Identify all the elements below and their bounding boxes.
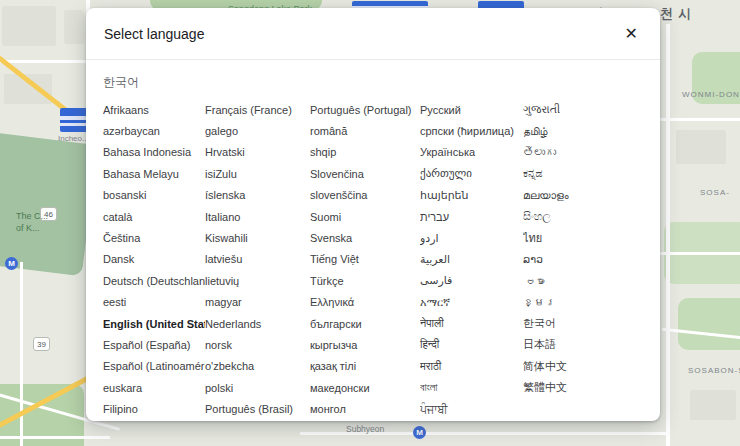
- language-item[interactable]: slovenščina: [310, 185, 420, 206]
- language-item[interactable]: ខ្មែរ: [523, 292, 652, 313]
- language-item[interactable]: Dansk: [103, 249, 205, 270]
- language-item[interactable]: ລາວ: [523, 249, 652, 270]
- language-item[interactable]: Suomi: [310, 206, 420, 227]
- language-column: AfrikaansazərbaycanBahasa IndonesiaBahas…: [103, 99, 205, 420]
- language-item[interactable]: Українська: [420, 142, 523, 163]
- dialog-title: Select language: [104, 26, 204, 42]
- language-item[interactable]: Português (Portugal): [310, 99, 420, 120]
- language-item[interactable]: தமிழ்: [523, 120, 652, 141]
- language-item[interactable]: Čeština: [103, 227, 205, 248]
- language-item[interactable]: اردو: [420, 227, 523, 248]
- current-language-label: 한국어: [86, 60, 660, 95]
- language-item[interactable]: فارسی: [420, 270, 523, 291]
- language-item[interactable]: català: [103, 206, 205, 227]
- language-item[interactable]: ਪੰਜਾਬੀ: [420, 398, 523, 419]
- language-item[interactable]: bosanski: [103, 185, 205, 206]
- language-item[interactable]: አማርኛ: [420, 292, 523, 313]
- building-block: [690, 390, 736, 420]
- road: [660, 252, 740, 255]
- park-label-line: of K...: [16, 222, 48, 234]
- language-item[interactable]: ಕನ್ನಡ: [523, 163, 652, 184]
- language-item[interactable]: isiZulu: [205, 163, 310, 184]
- language-item[interactable]: polski: [205, 377, 310, 398]
- language-item[interactable]: Kiswahili: [205, 227, 310, 248]
- language-item[interactable]: eesti: [103, 292, 205, 313]
- language-item[interactable]: монгол: [310, 398, 420, 419]
- close-icon[interactable]: ✕: [621, 24, 642, 44]
- language-item[interactable]: Русский: [420, 99, 523, 120]
- road: [0, 60, 90, 63]
- language-item[interactable]: עברית: [420, 206, 523, 227]
- language-item[interactable]: қазақ тілі: [310, 356, 420, 377]
- language-item[interactable]: galego: [205, 120, 310, 141]
- language-item[interactable]: नेपाली: [420, 313, 523, 334]
- language-item[interactable]: Português (Brasil): [205, 398, 310, 419]
- language-item[interactable]: հայերեն: [420, 185, 523, 206]
- language-grid: AfrikaansazərbaycanBahasa IndonesiaBahas…: [86, 95, 660, 420]
- road: [0, 436, 110, 439]
- building-block: [64, 10, 84, 44]
- language-item[interactable]: বাংলা: [420, 377, 523, 398]
- language-item[interactable]: lietuvių: [205, 270, 310, 291]
- language-item[interactable]: Svenska: [310, 227, 420, 248]
- park-area: [678, 298, 740, 350]
- language-item[interactable]: Deutsch (Deutschland): [103, 270, 205, 291]
- language-item[interactable]: Français (France): [205, 99, 310, 120]
- language-item[interactable]: తెలుగు: [523, 142, 652, 163]
- language-item[interactable]: ગુજરાતી: [523, 99, 652, 120]
- language-item[interactable]: Italiano: [205, 206, 310, 227]
- language-item[interactable]: Türkçe: [310, 270, 420, 291]
- map-label-subhyeon: Subhyeon: [346, 424, 384, 434]
- language-item[interactable]: العربية: [420, 249, 523, 270]
- language-item[interactable]: ไทย: [523, 227, 652, 248]
- map-label-left-park: The C... of K...: [16, 210, 48, 234]
- dialog-header: Select language ✕: [86, 8, 660, 60]
- language-item[interactable]: हिन्दी: [420, 334, 523, 355]
- language-item[interactable]: Bahasa Indonesia: [103, 142, 205, 163]
- language-item[interactable]: latviešu: [205, 249, 310, 270]
- language-item[interactable]: Nederlands: [205, 313, 310, 334]
- language-item[interactable]: български: [310, 313, 420, 334]
- language-item[interactable]: српски (ћирилица): [420, 120, 523, 141]
- language-item[interactable]: മലയാളം: [523, 185, 652, 206]
- language-item[interactable]: íslenska: [205, 185, 310, 206]
- language-item[interactable]: ქართული: [420, 163, 523, 184]
- road: [20, 262, 23, 446]
- road: [660, 118, 740, 121]
- language-item[interactable]: o'zbekcha: [205, 356, 310, 377]
- language-item[interactable]: 日本語: [523, 334, 652, 355]
- language-item[interactable]: Español (Latinoamérica): [103, 356, 205, 377]
- language-item[interactable]: македонски: [310, 377, 420, 398]
- metro-letter: M: [8, 259, 15, 268]
- metro-icon: M: [413, 426, 426, 439]
- language-item[interactable]: română: [310, 120, 420, 141]
- language-column: Português (Portugal)românăshqipSlovenčin…: [310, 99, 420, 420]
- language-item[interactable]: кыргызча: [310, 334, 420, 355]
- language-item[interactable]: English (United States): [103, 313, 205, 334]
- language-item[interactable]: 한국어: [523, 313, 652, 334]
- language-item[interactable]: ဗမာ: [523, 270, 652, 291]
- language-item[interactable]: Afrikaans: [103, 99, 205, 120]
- language-item[interactable]: norsk: [205, 334, 310, 355]
- language-item[interactable]: Español (España): [103, 334, 205, 355]
- language-column: Русскийсрпски (ћирилица)Українськаქართულ…: [420, 99, 523, 420]
- language-item[interactable]: azərbaycan: [103, 120, 205, 141]
- language-item[interactable]: සිංහල: [523, 206, 652, 227]
- language-item[interactable]: Tiếng Việt: [310, 249, 420, 270]
- language-item[interactable]: 简体中文: [523, 356, 652, 377]
- language-item[interactable]: Bahasa Melayu: [103, 163, 205, 184]
- language-column: Français (France)galegoHrvatskiisiZuluís…: [205, 99, 310, 420]
- language-item[interactable]: shqip: [310, 142, 420, 163]
- map-label-sosa: SOSA-: [700, 188, 730, 197]
- language-item[interactable]: magyar: [205, 292, 310, 313]
- language-item[interactable]: Slovenčina: [310, 163, 420, 184]
- language-item[interactable]: euskara: [103, 377, 205, 398]
- language-item[interactable]: Hrvatski: [205, 142, 310, 163]
- language-item[interactable]: मराठी: [420, 356, 523, 377]
- language-item[interactable]: Filipino: [103, 398, 205, 419]
- language-item[interactable]: 繁體中文: [523, 377, 652, 398]
- building-block: [676, 130, 726, 164]
- metro-letter: M: [416, 428, 423, 437]
- language-item[interactable]: Ελληνικά: [310, 292, 420, 313]
- map-label-wonmi: WONMI-DONG: [682, 90, 740, 99]
